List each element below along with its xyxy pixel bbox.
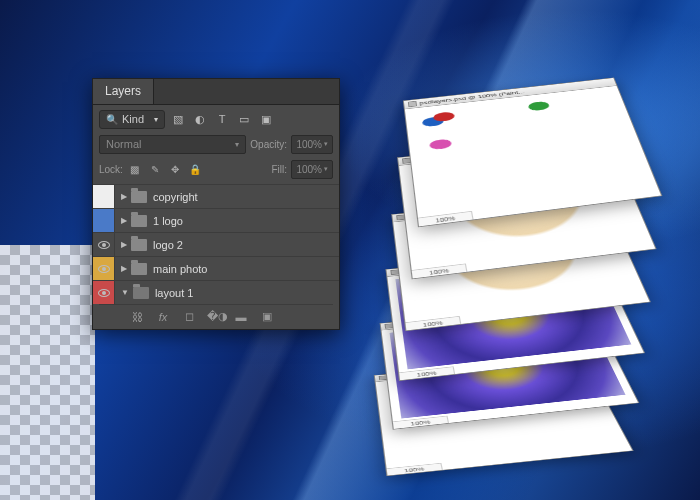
disclosure-closed-icon[interactable]: ▶ bbox=[121, 240, 127, 249]
link-layers-icon[interactable]: ⛓ bbox=[129, 311, 145, 323]
lock-paint-icon[interactable]: ✎ bbox=[147, 161, 163, 177]
chevron-down-icon: ▾ bbox=[324, 165, 328, 173]
layer-item[interactable]: ▼layout 1 bbox=[93, 280, 339, 304]
tab-layers[interactable]: Layers bbox=[93, 79, 154, 104]
chevron-down-icon: ▾ bbox=[235, 140, 239, 149]
lock-all-icon[interactable]: 🔒 bbox=[187, 161, 203, 177]
panel-tab-bar: Layers bbox=[93, 79, 339, 105]
disclosure-open-icon[interactable]: ▼ bbox=[121, 288, 129, 297]
layer-visibility-toggle[interactable] bbox=[93, 257, 115, 280]
fill-input[interactable]: 100% ▾ bbox=[291, 160, 333, 179]
adjustment-layer-icon[interactable]: �◑ bbox=[207, 310, 223, 323]
transparency-checker bbox=[0, 245, 95, 500]
chevron-down-icon: ▾ bbox=[154, 115, 158, 124]
layer-mask-icon[interactable]: ◻ bbox=[181, 310, 197, 323]
opacity-label: Opacity: bbox=[250, 139, 287, 150]
panel-bottom-toolbar: ⛓ fx ◻ �◑ ▬ ▣ bbox=[99, 304, 333, 329]
disclosure-closed-icon[interactable]: ▶ bbox=[121, 264, 127, 273]
layer-name-label: layout 1 bbox=[155, 287, 194, 299]
new-layer-icon[interactable]: ▣ bbox=[259, 310, 275, 323]
layers-panel: Layers 🔍 Kind ▾ ▧ ◐ T ▭ ▣ Normal ▾ Opaci… bbox=[92, 78, 340, 330]
layer-list: ▶copyright▶1 logo▶logo 2▶main photo▼layo… bbox=[93, 184, 339, 304]
layer-effects-icon[interactable]: fx bbox=[155, 311, 171, 323]
folder-icon bbox=[131, 191, 147, 203]
document-stack-illustration: psdlayers.psd @ 100% (Paint...100%psdlay… bbox=[360, 38, 680, 468]
lock-transparency-icon[interactable]: ▩ bbox=[127, 161, 143, 177]
filter-kind-select[interactable]: 🔍 Kind ▾ bbox=[99, 110, 165, 129]
layer-item[interactable]: ▶1 logo bbox=[93, 208, 339, 232]
new-group-icon[interactable]: ▬ bbox=[233, 311, 249, 323]
layer-visibility-toggle[interactable] bbox=[93, 185, 115, 208]
filter-pixel-icon[interactable]: ▧ bbox=[169, 110, 187, 128]
document-canvas bbox=[413, 90, 649, 214]
fill-label: Fill: bbox=[271, 164, 287, 175]
layer-item[interactable]: ▶logo 2 bbox=[93, 232, 339, 256]
layer-visibility-toggle[interactable] bbox=[93, 209, 115, 232]
layer-name-label: main photo bbox=[153, 263, 207, 275]
search-icon: 🔍 bbox=[106, 114, 118, 125]
folder-icon bbox=[131, 215, 147, 227]
folder-icon bbox=[131, 239, 147, 251]
layer-visibility-toggle[interactable] bbox=[93, 233, 115, 256]
layer-item[interactable]: ▶main photo bbox=[93, 256, 339, 280]
disclosure-closed-icon[interactable]: ▶ bbox=[121, 192, 127, 201]
folder-icon bbox=[131, 263, 147, 275]
folder-icon bbox=[133, 287, 149, 299]
document-icon bbox=[408, 101, 417, 107]
lock-position-icon[interactable]: ✥ bbox=[167, 161, 183, 177]
layer-name-label: copyright bbox=[153, 191, 198, 203]
layer-name-label: 1 logo bbox=[153, 215, 183, 227]
eye-icon bbox=[98, 289, 110, 297]
fill-value: 100% bbox=[296, 164, 322, 175]
chevron-down-icon: ▾ bbox=[324, 140, 328, 148]
filter-shape-icon[interactable]: ▭ bbox=[235, 110, 253, 128]
lock-label: Lock: bbox=[99, 164, 123, 175]
layer-visibility-toggle[interactable] bbox=[93, 281, 115, 304]
blend-mode-select[interactable]: Normal ▾ bbox=[99, 135, 246, 154]
filter-kind-label: Kind bbox=[122, 113, 144, 125]
filter-adjustment-icon[interactable]: ◐ bbox=[191, 110, 209, 128]
eye-icon bbox=[98, 241, 110, 249]
opacity-input[interactable]: 100% ▾ bbox=[291, 135, 333, 154]
disclosure-closed-icon[interactable]: ▶ bbox=[121, 216, 127, 225]
eye-icon bbox=[98, 265, 110, 273]
opacity-value: 100% bbox=[296, 139, 322, 150]
filter-smart-icon[interactable]: ▣ bbox=[257, 110, 275, 128]
blend-mode-value: Normal bbox=[106, 138, 141, 150]
filter-type-icon[interactable]: T bbox=[213, 110, 231, 128]
layer-item[interactable]: ▶copyright bbox=[93, 184, 339, 208]
layer-name-label: logo 2 bbox=[153, 239, 183, 251]
